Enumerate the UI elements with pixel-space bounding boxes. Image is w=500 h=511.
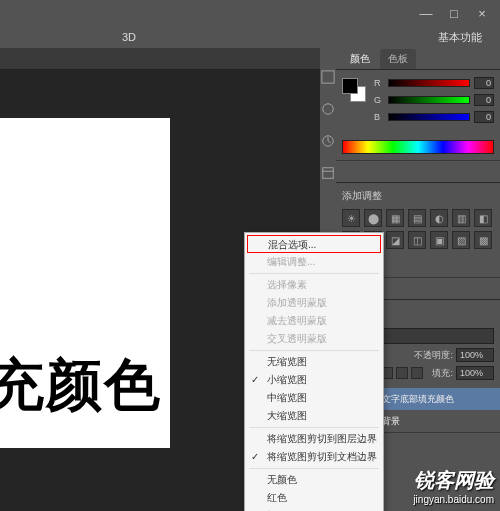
fill-label: 填充: [426,367,453,380]
menu-3d[interactable]: 3D [122,31,136,43]
r-label: R [374,78,384,88]
b-label: B [374,112,384,122]
menu-item-label: 中缩览图 [267,392,307,403]
b-value[interactable]: 0 [474,111,494,123]
adjustment-icon-3[interactable]: ▤ [408,209,426,227]
menu-item: 减去透明蒙版 [245,312,383,330]
swatches-icon[interactable] [321,70,335,84]
layer-name: 文字底部填充颜色 [382,393,454,406]
menu-item: 编辑调整... [245,253,383,271]
styles-icon[interactable] [321,102,335,116]
watermark: 锐客网验 jingyan.baidu.com [413,467,494,505]
opacity-value[interactable]: 100% [456,348,494,362]
canvas-text: 充颜色 [0,348,162,424]
svg-point-1 [323,104,334,115]
menu-separator [249,273,379,274]
menu-item[interactable]: 无缩览图 [245,353,383,371]
menu-item: 交叉透明蒙版 [245,330,383,348]
fg-color-swatch[interactable] [342,78,358,94]
r-value[interactable]: 0 [474,77,494,89]
menu-item-label: 将缩览图剪切到图层边界 [267,433,377,444]
close-button[interactable]: × [468,3,496,23]
minimize-button[interactable]: — [412,3,440,23]
menu-item-label: 添加透明蒙版 [267,297,327,308]
menu-item-label: 编辑调整... [267,256,315,267]
menu-item-label: 混合选项... [268,239,316,250]
fg-bg-swatch[interactable] [342,78,368,104]
adjustment-icon-4[interactable]: ◐ [430,209,448,227]
adjustment-icon-13[interactable]: ▩ [474,231,492,249]
adjustment-icon-9[interactable]: ◪ [386,231,404,249]
menu-item-label: 无缩览图 [267,356,307,367]
g-value[interactable]: 0 [474,94,494,106]
adjustment-icon-10[interactable]: ◫ [408,231,426,249]
menu-separator [249,427,379,428]
menu-item-label: 大缩览图 [267,410,307,421]
color-spectrum[interactable] [342,140,494,154]
svg-rect-0 [322,71,334,83]
g-label: G [374,95,384,105]
adjustments-title: 添加调整 [342,189,494,203]
menu-item: 选择像素 [245,276,383,294]
adjustment-icon-0[interactable]: ☀ [342,209,360,227]
canvas[interactable]: 充颜色 [0,118,170,448]
menu-item-label: 将缩览图剪切到文档边界 [267,451,377,462]
menu-item[interactable]: 混合选项... [247,235,381,253]
check-icon: ✓ [251,373,259,387]
menu-item: 添加透明蒙版 [245,294,383,312]
workspace-switcher[interactable]: 基本功能 [438,30,482,45]
menu-item[interactable]: 将缩览图剪切到图层边界 [245,430,383,448]
b-slider[interactable] [388,113,470,121]
watermark-url: jingyan.baidu.com [413,494,494,505]
menu-item-label: 交叉透明蒙版 [267,333,327,344]
g-slider[interactable] [388,96,470,104]
svg-rect-3 [323,168,334,179]
properties-icon[interactable] [321,166,335,180]
document-tab[interactable] [0,48,320,70]
tab-color[interactable]: 颜色 [342,49,378,69]
menu-item[interactable]: 橙色 [245,507,383,511]
menu-item[interactable]: ✓将缩览图剪切到文档边界 [245,448,383,466]
menu-item[interactable]: 大缩览图 [245,407,383,425]
adjustment-icon-2[interactable]: ▦ [386,209,404,227]
layer-name: 背景 [382,415,400,428]
menu-item-label: 无颜色 [267,474,297,485]
adjustment-icon-5[interactable]: ▥ [452,209,470,227]
adjustment-icon-1[interactable]: ⬤ [364,209,382,227]
color-panel: 颜色 色板 R 0 G 0 B [336,48,500,161]
menu-separator [249,350,379,351]
menu-item-label: 红色 [267,492,287,503]
fill-value[interactable]: 100% [456,366,494,380]
history-icon[interactable] [321,134,335,148]
menu-item[interactable]: 无颜色 [245,471,383,489]
menu-item-label: 减去透明蒙版 [267,315,327,326]
adjustment-icon-12[interactable]: ▨ [452,231,470,249]
lock-all-icon[interactable] [411,367,423,379]
menu-item[interactable]: 中缩览图 [245,389,383,407]
adjustment-icon-11[interactable]: ▣ [430,231,448,249]
menu-item-label: 选择像素 [267,279,307,290]
maximize-button[interactable]: □ [440,3,468,23]
menu-item[interactable]: 红色 [245,489,383,507]
r-slider[interactable] [388,79,470,87]
adjustment-icon-6[interactable]: ◧ [474,209,492,227]
watermark-logo: 锐客网验 [413,467,494,494]
menu-item[interactable]: ✓小缩览图 [245,371,383,389]
tab-swatches[interactable]: 色板 [380,49,416,69]
layer-context-menu: 混合选项...编辑调整...选择像素添加透明蒙版减去透明蒙版交叉透明蒙版无缩览图… [244,232,384,511]
lock-position-icon[interactable] [396,367,408,379]
check-icon: ✓ [251,450,259,464]
menu-item-label: 小缩览图 [267,374,307,385]
menu-separator [249,468,379,469]
